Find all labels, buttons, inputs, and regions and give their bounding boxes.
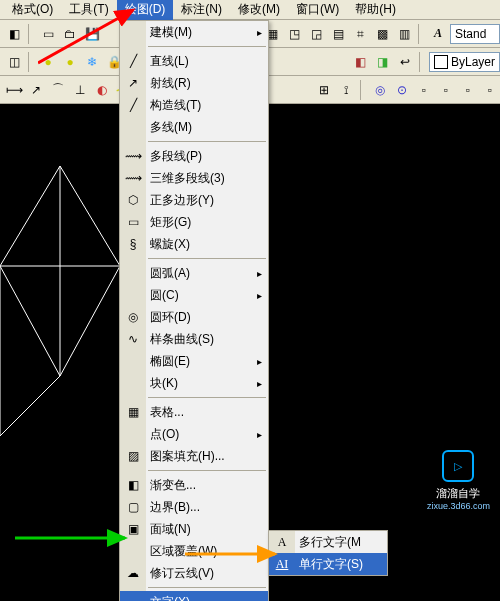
submenu-arrow-icon: ▸	[257, 378, 262, 389]
submenu-arrow-icon: ▸	[257, 356, 262, 367]
menu-polygon[interactable]: ⬡ 正多边形(Y)	[120, 189, 268, 211]
menu-label: 边界(B)...	[150, 499, 200, 516]
menu-circle[interactable]: 圆(C) ▸	[120, 284, 268, 306]
menu-helix[interactable]: § 螺旋(X)	[120, 233, 268, 255]
pline-icon: ⟿	[123, 146, 143, 166]
menu-ellipse[interactable]: 椭圆(E) ▸	[120, 350, 268, 372]
tool-a-icon[interactable]: ⊞	[314, 80, 334, 100]
dim-rad-icon[interactable]: ◐	[92, 80, 112, 100]
menu-pline[interactable]: ⟿ 多段线(P)	[120, 145, 268, 167]
disp3-icon[interactable]: ▫	[458, 80, 478, 100]
gradient-icon: ◧	[123, 475, 143, 495]
menu-separator	[148, 397, 266, 398]
menu-boundary[interactable]: ▢ 边界(B)...	[120, 496, 268, 518]
menu-hatch[interactable]: ▨ 图案填充(H)...	[120, 445, 268, 467]
text-style-combo[interactable]: Stand	[450, 24, 500, 44]
layeriso2-icon[interactable]: ◨	[373, 52, 393, 72]
circ1-icon[interactable]: ◎	[370, 80, 390, 100]
menu-label: 矩形(G)	[150, 214, 191, 231]
pline3d-icon: ⟿	[123, 168, 143, 188]
menu-label: 正多边形(Y)	[150, 192, 214, 209]
tool4-icon[interactable]: ⌗	[350, 24, 370, 44]
menu-help[interactable]: 帮助(H)	[347, 0, 404, 20]
disp2-icon[interactable]: ▫	[436, 80, 456, 100]
menu-label: 多段线(P)	[150, 148, 202, 165]
menu-spline[interactable]: ∿ 样条曲线(S)	[120, 328, 268, 350]
menu-separator	[148, 46, 266, 47]
submenu-arrow-icon: ▸	[257, 268, 262, 279]
dim-aligned-icon[interactable]: ↗	[26, 80, 46, 100]
menu-point[interactable]: 点(O) ▸	[120, 423, 268, 445]
flyout-icon[interactable]: ◧	[4, 24, 24, 44]
red-arrow-annotation	[38, 8, 148, 68]
text-submenu: A 多行文字(M AI 单行文字(S)	[268, 530, 388, 576]
circ2-icon[interactable]: ⊙	[392, 80, 412, 100]
menu-label: 渐变色...	[150, 477, 196, 494]
menu-text[interactable]: 文字(X) ▸	[120, 591, 268, 601]
dim-linear-icon[interactable]: ⟼	[4, 80, 24, 100]
separator	[360, 80, 366, 100]
green-arrow-annotation	[15, 523, 135, 553]
menu-label: 面域(N)	[150, 521, 191, 538]
layprev-icon[interactable]: ↩	[395, 52, 415, 72]
submenu-dtext[interactable]: AI 单行文字(S)	[269, 553, 387, 575]
submenu-arrow-icon: ▸	[257, 27, 262, 38]
menu-label: 直线(L)	[150, 53, 189, 70]
menu-modify[interactable]: 修改(M)	[230, 0, 288, 20]
menu-label: 多行文字(M	[299, 534, 361, 551]
menu-label: 点(O)	[150, 426, 179, 443]
menu-label: 图案填充(H)...	[150, 448, 225, 465]
menu-table[interactable]: ▦ 表格...	[120, 401, 268, 423]
layeriso-icon[interactable]: ◧	[351, 52, 371, 72]
menu-ray[interactable]: ↗ 射线(R)	[120, 72, 268, 94]
submenu-arrow-icon: ▸	[257, 290, 262, 301]
menu-separator	[148, 587, 266, 588]
menu-xline[interactable]: ╱ 构造线(T)	[120, 94, 268, 116]
ray-icon: ↗	[123, 73, 143, 93]
menu-label: 文字(X)	[150, 594, 190, 602]
menu-window[interactable]: 窗口(W)	[288, 0, 347, 20]
draw-dropdown-menu: 建模(M) ▸ ╱ 直线(L) ↗ 射线(R) ╱ 构造线(T) 多线(M) ⟿…	[119, 20, 269, 601]
calc-icon[interactable]: ▩	[372, 24, 392, 44]
layer-tool-icon[interactable]: ◫	[4, 52, 24, 72]
polygon-icon: ⬡	[123, 190, 143, 210]
tool2-icon[interactable]: ◲	[306, 24, 326, 44]
menu-separator	[148, 258, 266, 259]
tool1-icon[interactable]: ◳	[284, 24, 304, 44]
menu-label: 圆(C)	[150, 287, 179, 304]
menu-separator	[148, 141, 266, 142]
text-style-icon[interactable]: A	[428, 24, 448, 44]
props-icon[interactable]: ▥	[394, 24, 414, 44]
orange-arrow-annotation	[185, 539, 285, 569]
svg-line-1	[0, 266, 60, 376]
submenu-arrow-icon: ▸	[257, 429, 262, 440]
menu-gradient[interactable]: ◧ 渐变色...	[120, 474, 268, 496]
menu-region[interactable]: ▣ 面域(N)	[120, 518, 268, 540]
menu-mline[interactable]: 多线(M)	[120, 116, 268, 138]
menu-label: 圆环(D)	[150, 309, 191, 326]
menu-pline3d[interactable]: ⟿ 三维多段线(3)	[120, 167, 268, 189]
tool-b-icon[interactable]: ⟟	[336, 80, 356, 100]
helix-icon: §	[123, 234, 143, 254]
dim-ord-icon[interactable]: ⊥	[70, 80, 90, 100]
revcloud-icon: ☁	[123, 563, 143, 583]
color-combo[interactable]: ByLayer	[429, 52, 500, 72]
menu-dim[interactable]: 标注(N)	[173, 0, 230, 20]
menu-arc[interactable]: 圆弧(A) ▸	[120, 262, 268, 284]
submenu-arrow-icon: ▸	[257, 597, 262, 602]
submenu-mtext[interactable]: A 多行文字(M	[269, 531, 387, 553]
donut-icon: ◎	[123, 307, 143, 327]
menu-block[interactable]: 块(K) ▸	[120, 372, 268, 394]
separator	[28, 24, 34, 44]
menu-label: 三维多段线(3)	[150, 170, 225, 187]
tool3-icon[interactable]: ▤	[328, 24, 348, 44]
disp4-icon[interactable]: ▫	[480, 80, 500, 100]
menu-rect[interactable]: ▭ 矩形(G)	[120, 211, 268, 233]
menu-donut[interactable]: ◎ 圆环(D)	[120, 306, 268, 328]
disp1-icon[interactable]: ▫	[414, 80, 434, 100]
menu-label: 圆弧(A)	[150, 265, 190, 282]
menu-label: 样条曲线(S)	[150, 331, 214, 348]
menu-label: 椭圆(E)	[150, 353, 190, 370]
separator	[28, 52, 34, 72]
dim-arc-icon[interactable]: ⌒	[48, 80, 68, 100]
